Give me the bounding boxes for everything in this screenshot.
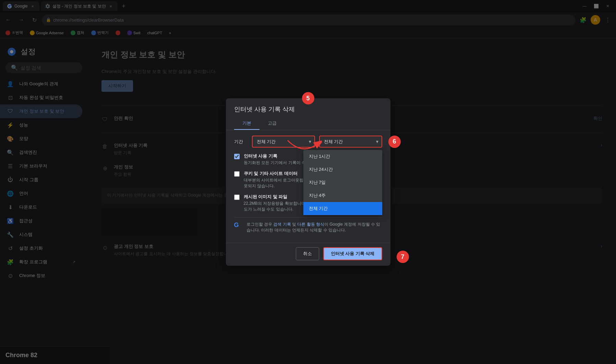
dropdown-item-1hour[interactable]: 지난 1시간: [303, 150, 382, 163]
dialog-tabs: 기본 고급: [226, 117, 390, 130]
delete-button[interactable]: 인터넷 사용 기록 삭제: [323, 247, 382, 260]
dialog-footer: 취소 인터넷 사용 기록 삭제 7: [226, 243, 390, 266]
google-info-text: 로그인할 경우 검색 기록 및 다른 활동 형식이 Google 계정에 저장될…: [246, 222, 382, 233]
dropdown-item-4weeks[interactable]: 지난 4주: [303, 189, 382, 202]
dialog-tab-advanced[interactable]: 고급: [259, 117, 285, 130]
step-6-badge: 6: [388, 136, 401, 148]
step-5-badge: 5: [302, 92, 314, 104]
google-info-section: G 로그인할 경우 검색 기록 및 다른 활동 형식이 Google 계정에 저…: [234, 217, 382, 237]
period-dropdown-right[interactable]: 전체 기간: [319, 136, 382, 148]
step-7-badge: 7: [397, 251, 409, 263]
period-select-left[interactable]: 전체 기간 ▼: [252, 136, 315, 148]
period-dropdown-left[interactable]: 전체 기간: [252, 136, 315, 148]
cancel-button[interactable]: 취소: [296, 247, 319, 260]
overlay: 5 인터넷 사용 기록 삭제 기본 고급 기간 전체 기간 ▼: [0, 0, 616, 364]
cache-checkbox[interactable]: [234, 194, 240, 200]
history-checkbox[interactable]: [234, 154, 240, 159]
google-g-icon: G: [234, 222, 242, 230]
activity-link[interactable]: 다른 활동 형식: [297, 222, 324, 227]
cookies-checkbox[interactable]: [234, 171, 240, 177]
period-dropdown-menu[interactable]: 지난 1시간 지난 24시간 지난 7일 지난 4주 전체 기간: [303, 150, 382, 215]
period-select-right[interactable]: 전체 기간 ▼ 6 지난 1시간 지난 24시간: [319, 136, 382, 148]
dropdown-item-7days[interactable]: 지난 7일: [303, 176, 382, 189]
dropdown-item-24hours[interactable]: 지난 24시간: [303, 163, 382, 176]
search-history-link[interactable]: 검색 기록: [273, 222, 291, 227]
period-row: 기간 전체 기간 ▼ 전체 기간 ▼ 6: [234, 136, 382, 148]
clear-history-dialog: 5 인터넷 사용 기록 삭제 기본 고급 기간 전체 기간 ▼: [226, 98, 390, 266]
dropdown-item-all-time[interactable]: 전체 기간: [303, 202, 382, 215]
dialog-body: 기간 전체 기간 ▼ 전체 기간 ▼ 6: [226, 130, 390, 243]
dialog-tab-basic[interactable]: 기본: [234, 117, 259, 130]
